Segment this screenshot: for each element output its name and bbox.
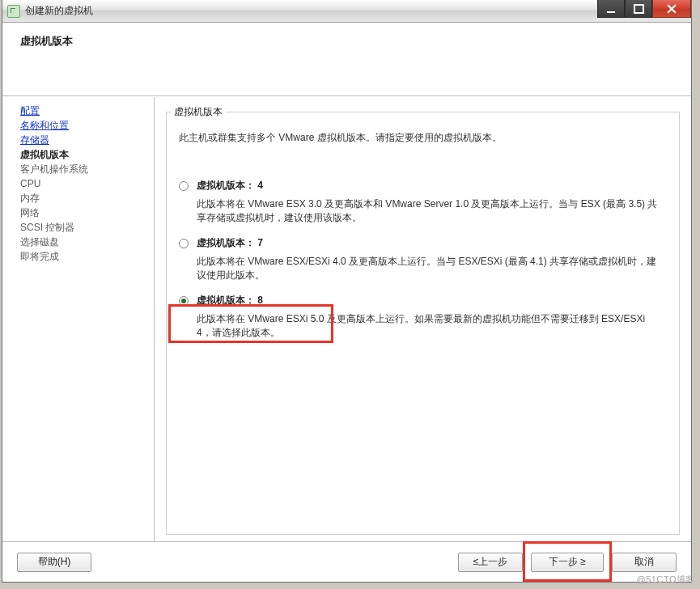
window-title: 创建新的虚拟机 [25, 4, 93, 18]
titlebar: 创建新的虚拟机 [2, 0, 691, 23]
wizard-footer: 帮助(H) ≤上一步 下一步 ≥ 取消 [2, 541, 691, 582]
radio-icon [179, 181, 189, 191]
radio-label: 虚拟机版本： 7 [197, 236, 263, 250]
sidebar-item-vm-version: 虚拟机版本 [20, 147, 149, 162]
radio-label: 虚拟机版本： 8 [197, 294, 263, 307]
option-vm-version-4-desc: 此版本将在 VMware ESX 3.0 及更高版本和 VMware Serve… [197, 197, 658, 225]
sidebar-item-name-location[interactable]: 名称和位置 [20, 118, 149, 133]
sidebar-item-finish: 即将完成 [20, 249, 149, 264]
option-vm-version-8[interactable]: 虚拟机版本： 8 [179, 294, 667, 307]
sidebar-item-config[interactable]: 配置 [20, 104, 149, 118]
option-vm-version-8-desc: 此版本将在 VMware ESXi 5.0 及更高版本上运行。如果需要最新的虚拟… [197, 312, 658, 340]
option-vm-version-7[interactable]: 虚拟机版本： 7 [179, 236, 667, 250]
sidebar-item-storage[interactable]: 存储器 [20, 133, 149, 147]
wizard-header: 虚拟机版本 [2, 23, 691, 96]
close-icon [667, 4, 677, 14]
vm-version-fieldset: 虚拟机版本 此主机或群集支持多个 VMware 虚拟机版本。请指定要使用的虚拟机… [166, 105, 680, 535]
step-sidebar: 配置 名称和位置 存储器 虚拟机版本 客户机操作系统 CPU 内存 网络 SCS… [2, 97, 155, 541]
page-title: 虚拟机版本 [20, 34, 673, 49]
radio-label: 虚拟机版本： 4 [197, 179, 263, 193]
sidebar-item-guest-os: 客户机操作系统 [20, 162, 149, 176]
sidebar-item-cpu: CPU [20, 176, 149, 191]
intro-text: 此主机或群集支持多个 VMware 虚拟机版本。请指定要使用的虚拟机版本。 [179, 129, 667, 146]
fieldset-content: 此主机或群集支持多个 VMware 虚拟机版本。请指定要使用的虚拟机版本。 虚拟… [166, 119, 680, 358]
cancel-button[interactable]: 取消 [612, 553, 677, 572]
option-vm-version-4[interactable]: 虚拟机版本： 4 [179, 179, 667, 193]
back-button[interactable]: ≤上一步 [458, 553, 523, 572]
next-button-wrap: 下一步 ≥ [531, 553, 604, 572]
vsphere-icon [7, 5, 20, 18]
maximize-button[interactable] [625, 0, 652, 18]
help-button[interactable]: 帮助(H) [17, 553, 91, 572]
minimize-button[interactable] [597, 0, 625, 18]
option-vm-version-7-desc: 此版本将在 VMware ESX/ESXi 4.0 及更高版本上运行。当与 ES… [197, 255, 658, 282]
sidebar-item-scsi: SCSI 控制器 [20, 220, 149, 235]
radio-icon [179, 239, 189, 248]
fieldset-legend: 虚拟机版本 [171, 106, 226, 117]
radio-icon [179, 296, 189, 306]
watermark: @51CTO博客 [637, 574, 695, 586]
wizard-window: 创建新的虚拟机 虚拟机版本 配置 名称和位置 存储器 虚拟机版本 客户机操作系统… [2, 0, 692, 583]
sidebar-item-disk: 选择磁盘 [20, 235, 149, 249]
next-button[interactable]: 下一步 ≥ [531, 553, 604, 572]
wizard-body: 配置 名称和位置 存储器 虚拟机版本 客户机操作系统 CPU 内存 网络 SCS… [2, 96, 691, 541]
sidebar-item-network: 网络 [20, 206, 149, 220]
close-button[interactable] [652, 0, 691, 18]
content-area: 虚拟机版本 此主机或群集支持多个 VMware 虚拟机版本。请指定要使用的虚拟机… [155, 97, 691, 541]
sidebar-item-memory: 内存 [20, 191, 149, 206]
window-controls [597, 0, 691, 18]
